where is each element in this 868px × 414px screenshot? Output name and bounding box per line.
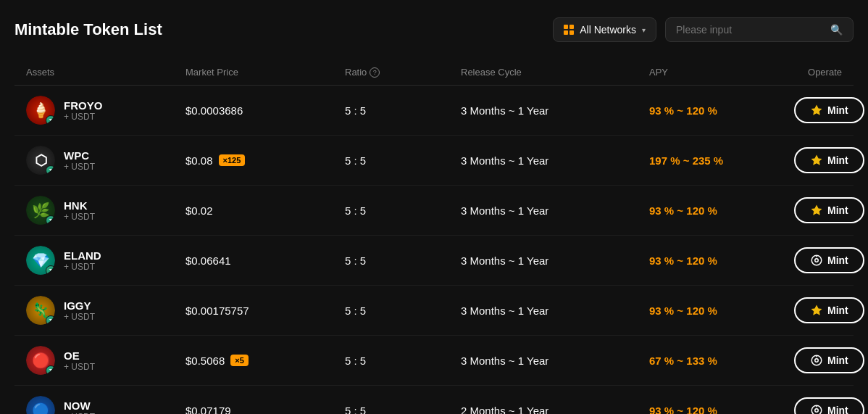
apy-cell: 93 % ~ 120 % [649,254,794,267]
usdt-badge: T [46,215,55,225]
usdt-badge: T [46,265,55,275]
operate-cell: Mint [794,297,864,323]
market-price-cell: $0.00175757 [185,305,345,317]
token-symbol: WPC [64,149,95,162]
col-release-cycle: Release Cycle [461,67,649,78]
asset-cell: ⬡ T WPC + USDT [26,146,185,175]
network-label: All Networks [580,24,636,36]
ratio-cell: 5 : 5 [345,305,461,317]
token-pair: + USDT [64,162,95,172]
table-row: 🦎 T IGGY + USDT $0.00175757 5 : 5 3 Mont… [14,286,854,336]
col-operate: Operate [794,67,842,78]
release-cycle-cell: 3 Months ~ 1 Year [461,204,649,217]
price-value: $0.02 [185,204,213,217]
mint-label: Mint [827,355,848,366]
page-header: Mintable Token List All Networks ▾ 🔍 [14,17,854,42]
operate-cell: Mint [794,397,864,414]
svg-marker-2 [811,205,822,215]
token-info: FROYO + USDT [64,99,102,122]
token-pair: + USDT [64,362,95,372]
mint-label: Mint [827,254,848,266]
price-value: $0.06641 [185,254,231,267]
svg-marker-6 [811,305,822,315]
mint-button[interactable]: Mint [794,197,864,223]
token-symbol: IGGY [64,299,95,312]
dial-mint-icon [810,354,823,367]
usdt-badge: T [46,165,55,175]
token-pair: + USDT [64,262,101,272]
asset-cell: 🦎 T IGGY + USDT [26,296,185,325]
release-cycle-cell: 3 Months ~ 1 Year [461,154,649,167]
ratio-cell: 5 : 5 [345,154,461,167]
token-info: HNK + USDT [64,199,95,222]
mint-button[interactable]: Mint [794,347,864,373]
dial-mint-icon [810,254,823,267]
ratio-cell: 5 : 5 [345,355,461,367]
release-cycle-cell: 2 Months ~ 1 Year [461,405,649,415]
asset-cell: 🔴 T OE + USDT [26,346,185,375]
table-body: 🍦 T FROYO + USDT $0.0003686 5 : 5 3 Mont… [14,86,854,414]
svg-point-8 [815,359,819,363]
mint-button[interactable]: Mint [794,147,864,173]
token-info: WPC + USDT [64,149,95,172]
market-price-cell: $0.5068 ×5 [185,355,345,367]
table-row: 🌿 T HNK + USDT $0.02 5 : 5 3 Months ~ 1 … [14,186,854,236]
binance-mint-icon [810,204,823,217]
mint-button[interactable]: Mint [794,397,864,414]
table-row: 🔴 T OE + USDT $0.5068 ×5 5 : 5 3 Months … [14,336,854,386]
mint-label: Mint [827,154,848,166]
search-icon: 🔍 [830,24,843,36]
price-value: $0.07179 [185,405,231,415]
search-box: 🔍 [665,17,854,42]
col-market-price: Market Price [185,67,345,78]
multiplier-badge: ×5 [230,355,249,366]
token-pair: + USDT [64,412,95,415]
table-row: 🍦 T FROYO + USDT $0.0003686 5 : 5 3 Mont… [14,86,854,136]
mint-button[interactable]: Mint [794,297,864,323]
release-cycle-cell: 3 Months ~ 1 Year [461,355,649,367]
operate-cell: Mint [794,197,864,223]
release-cycle-cell: 3 Months ~ 1 Year [461,254,649,267]
release-cycle-cell: 3 Months ~ 1 Year [461,305,649,317]
binance-mint-icon [810,154,823,167]
token-emoji: ⬡ [35,152,47,169]
token-info: NOW + USDT [64,399,95,415]
token-emoji: 🔵 [32,402,50,414]
operate-cell: Mint [794,247,864,273]
token-pair: + USDT [64,112,102,122]
binance-mint-icon [810,304,823,317]
dial-mint-icon [810,404,823,414]
chevron-down-icon: ▾ [642,26,646,34]
usdt-badge: T [46,115,55,125]
token-symbol: OE [64,349,95,362]
mint-label: Mint [827,104,848,116]
table-row: ⬡ T WPC + USDT $0.08 ×125 5 : 5 3 Months… [14,136,854,186]
network-selector[interactable]: All Networks ▾ [553,17,656,42]
svg-marker-1 [811,155,822,165]
binance-mint-icon [810,104,823,117]
mint-button[interactable]: Mint [794,97,864,123]
svg-point-4 [815,259,819,262]
apy-cell: 197 % ~ 235 % [649,154,794,167]
header-controls: All Networks ▾ 🔍 [553,17,854,42]
search-input[interactable] [676,24,825,36]
col-ratio: Ratio ? [345,67,461,78]
market-price-cell: $0.08 ×125 [185,154,345,167]
apy-cell: 93 % ~ 120 % [649,204,794,217]
token-avatar-bg: 🔵 [26,396,55,414]
mint-button[interactable]: Mint [794,247,864,273]
grid-icon [564,25,574,35]
token-symbol: FROYO [64,99,102,112]
ratio-info-icon: ? [370,67,380,78]
usdt-badge: T [46,315,55,325]
ratio-cell: 5 : 5 [345,204,461,217]
svg-marker-0 [811,105,822,115]
apy-cell: 93 % ~ 120 % [649,305,794,317]
token-avatar: 🔵 T [26,396,55,414]
token-avatar: ⬡ T [26,146,55,175]
table-header-row: Assets Market Price Ratio ? Release Cycl… [14,59,854,86]
token-avatar: 🍦 T [26,96,55,125]
price-value: $0.08 [185,154,213,167]
ratio-cell: 5 : 5 [345,104,461,117]
token-info: IGGY + USDT [64,299,95,322]
